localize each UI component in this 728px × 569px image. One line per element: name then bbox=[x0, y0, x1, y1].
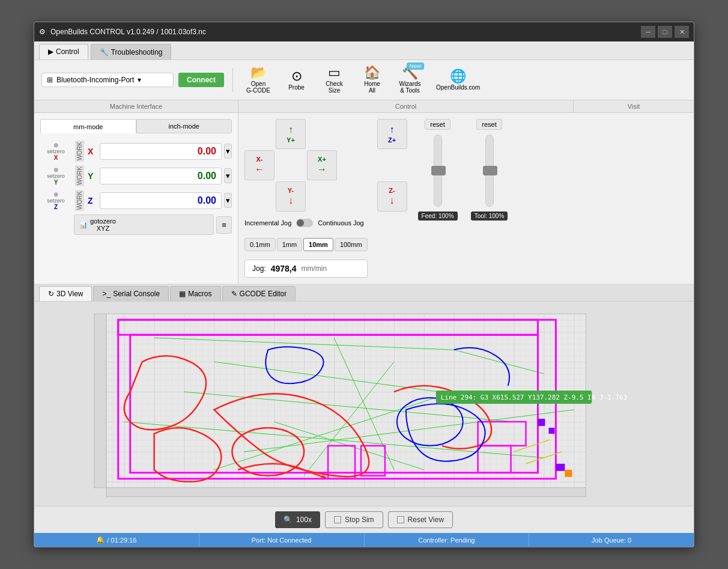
stop-sim-label: Stop Sim bbox=[345, 516, 374, 524]
tabbar: ▶ Control 🔧 Troubleshooting bbox=[34, 41, 694, 60]
connect-button[interactable]: Connect bbox=[178, 73, 224, 87]
inch-mode-button[interactable]: inch-mode bbox=[136, 119, 232, 133]
status-jobqueue: Job Queue: 0 bbox=[529, 533, 694, 547]
wizards-tools-label: Wizards& Tools bbox=[399, 81, 420, 94]
home-all-label: HomeAll bbox=[364, 81, 380, 94]
setzero-y-button[interactable]: ⊕ setzero Y bbox=[40, 166, 71, 186]
stop-sim-button[interactable]: Stop Sim bbox=[325, 511, 383, 528]
tab-macros[interactable]: ▦ Macros bbox=[170, 286, 220, 301]
tool-slider-thumb[interactable] bbox=[483, 166, 497, 175]
step-0.1mm-button[interactable]: 0.1mm bbox=[244, 238, 276, 251]
svg-rect-26 bbox=[538, 419, 545, 426]
x-minus-label: X- bbox=[256, 156, 263, 163]
y-work-label: WORK bbox=[75, 165, 84, 186]
toolbar-probe[interactable]: ⊙ Probe bbox=[280, 67, 313, 93]
layers-button[interactable]: ≡ bbox=[216, 216, 232, 234]
tab-gcode-editor[interactable]: ✎ GCODE Editor bbox=[222, 286, 296, 301]
setzero-x-button[interactable]: ⊕ setzero X bbox=[40, 142, 71, 161]
x-axis-row: ⊕ setzero X WORK X 0.00 ▾ bbox=[40, 141, 232, 162]
y-plus-arrow: ↑ bbox=[288, 124, 293, 135]
setzero-x-icon: ⊕ bbox=[53, 142, 58, 148]
reset-view-label: Reset View bbox=[408, 516, 444, 524]
toolbar-openbuilds[interactable]: 🌐 OpenBuilds.com bbox=[431, 67, 485, 93]
mm-mode-button[interactable]: mm-mode bbox=[40, 119, 136, 133]
maximize-button[interactable]: □ bbox=[658, 26, 672, 38]
gotozero-button[interactable]: 📊 gotozeroXYZ bbox=[74, 215, 214, 235]
y-axis-row: ⊕ setzero Y WORK Y 0.00 ▾ bbox=[40, 165, 232, 186]
jog-z-minus-button[interactable]: Z- ↓ bbox=[377, 181, 407, 211]
tab-serial-console[interactable]: >_ Serial Console bbox=[93, 286, 169, 301]
z-axis-dropdown[interactable]: ▾ bbox=[224, 193, 232, 208]
jog-x-minus-button[interactable]: X- ← bbox=[244, 150, 275, 180]
control-tab-label: Control bbox=[56, 47, 79, 56]
toolbar-home-all[interactable]: 🏠 HomeAll bbox=[356, 64, 389, 96]
port-label: Bluetooth-Incoming-Port bbox=[56, 76, 134, 84]
jobqueue-status-text: Job Queue: 0 bbox=[592, 537, 631, 544]
z-controls: ↑ Z+ Z- ↓ bbox=[377, 119, 407, 211]
z-plus-arrow: ↑ bbox=[390, 124, 395, 135]
view-controls: 🔍 100x Stop Sim Reset View bbox=[34, 506, 694, 533]
view-tabs: ↻ 3D View >_ Serial Console ▦ Macros ✎ G… bbox=[34, 284, 694, 302]
jog-mode: Incremental Jog Continuous Jog bbox=[244, 219, 368, 227]
tab-3dview[interactable]: ↻ 3D View bbox=[39, 286, 92, 301]
setzero-z-icon: ⊕ bbox=[53, 191, 58, 198]
feed-reset-button[interactable]: reset bbox=[425, 119, 450, 130]
canvas-area[interactable]: Line 294: G3 X615.527 Y137.282 Z-9.5 I0 … bbox=[34, 302, 694, 506]
z-minus-arrow: ↓ bbox=[390, 195, 395, 206]
jog-center bbox=[276, 150, 306, 180]
minimize-button[interactable]: ─ bbox=[641, 26, 655, 38]
reset-view-button[interactable]: Reset View bbox=[388, 511, 453, 528]
toolbar-open-gcode[interactable]: 📂 OpenG-CODE bbox=[241, 64, 275, 96]
feed-slider-thumb[interactable] bbox=[431, 166, 446, 175]
setzero-z-button[interactable]: ⊕ setzero Z bbox=[40, 191, 71, 210]
x-axis-dropdown[interactable]: ▾ bbox=[224, 144, 232, 159]
step-buttons: 0.1mm 1mm 10mm 100mm bbox=[244, 238, 368, 251]
feed-slider-track[interactable] bbox=[434, 135, 442, 207]
port-status-text: Port: Not Connected bbox=[252, 537, 312, 544]
jog-area: ↑ Y+ X- ← X+ → bbox=[244, 119, 688, 278]
x-minus-arrow: ← bbox=[255, 164, 264, 175]
feed-value-badge: Feed: 100% bbox=[418, 211, 458, 221]
tool-slider-track[interactable] bbox=[485, 135, 494, 207]
statusbar: 🔔 / 01:29:16 Port: Not Connected Control… bbox=[34, 533, 694, 547]
tab-control[interactable]: ▶ Control bbox=[39, 44, 88, 59]
y-minus-label: Y- bbox=[288, 187, 294, 194]
jog-empty-br bbox=[307, 181, 337, 211]
status-port: Port: Not Connected bbox=[199, 533, 365, 547]
goto-row: 📊 gotozeroXYZ ≡ bbox=[40, 215, 232, 235]
jog-x-plus-button[interactable]: X+ → bbox=[307, 150, 337, 180]
close-button[interactable]: ✕ bbox=[675, 26, 689, 38]
feed-slider-section: reset Feed: 100% bbox=[417, 119, 459, 221]
svg-rect-27 bbox=[548, 428, 554, 434]
y-axis-dropdown[interactable]: ▾ bbox=[224, 168, 232, 183]
jog-z-plus-button[interactable]: ↑ Z+ bbox=[377, 119, 407, 149]
x-plus-arrow: → bbox=[317, 164, 327, 175]
zoom-icon: 🔍 bbox=[284, 516, 293, 524]
toolbar-check-size[interactable]: ▭ CheckSize bbox=[318, 64, 351, 96]
svg-rect-4 bbox=[106, 488, 586, 497]
zoom-button[interactable]: 🔍 100x bbox=[275, 511, 320, 528]
y-plus-label: Y+ bbox=[287, 136, 295, 144]
tool-reset-button[interactable]: reset bbox=[476, 119, 502, 130]
step-100mm-button[interactable]: 100mm bbox=[335, 238, 368, 251]
troubleshooting-tab-label: Troubleshooting bbox=[111, 48, 163, 56]
step-1mm-button[interactable]: 1mm bbox=[277, 238, 302, 251]
jog-y-minus-button[interactable]: Y- ↓ bbox=[276, 181, 306, 211]
port-dropdown-icon: ▾ bbox=[138, 76, 141, 84]
continuous-jog-label: Continuous Jog bbox=[318, 219, 363, 227]
toolbar-wizards-tools[interactable]: New! 🔨 Wizards& Tools bbox=[393, 64, 426, 96]
jog-y-plus-button[interactable]: ↑ Y+ bbox=[276, 119, 306, 149]
right-panel: ↑ Y+ X- ← X+ → bbox=[238, 113, 694, 284]
z-plus-label: Z+ bbox=[388, 136, 396, 144]
jog-grid: ↑ Y+ X- ← X+ → bbox=[244, 119, 368, 211]
window-title: OpenBuilds CONTROL v1.0.249 / 1001.03of3… bbox=[50, 28, 206, 36]
jog-mode-toggle[interactable] bbox=[296, 219, 313, 227]
tab-troubleshooting[interactable]: 🔧 Troubleshooting bbox=[91, 44, 172, 59]
check-size-icon: ▭ bbox=[328, 66, 341, 79]
step-10mm-button[interactable]: 10mm bbox=[303, 238, 333, 251]
usb-icon: ⊞ bbox=[47, 76, 53, 84]
macros-icon: ▦ bbox=[179, 290, 186, 298]
stop-sim-checkbox bbox=[334, 516, 341, 523]
gcode-tooltip-text: Line 294: G3 X615.527 Y137.282 Z-9.5 I0 … bbox=[441, 394, 627, 401]
port-selector[interactable]: ⊞ Bluetooth-Incoming-Port ▾ bbox=[41, 73, 174, 87]
